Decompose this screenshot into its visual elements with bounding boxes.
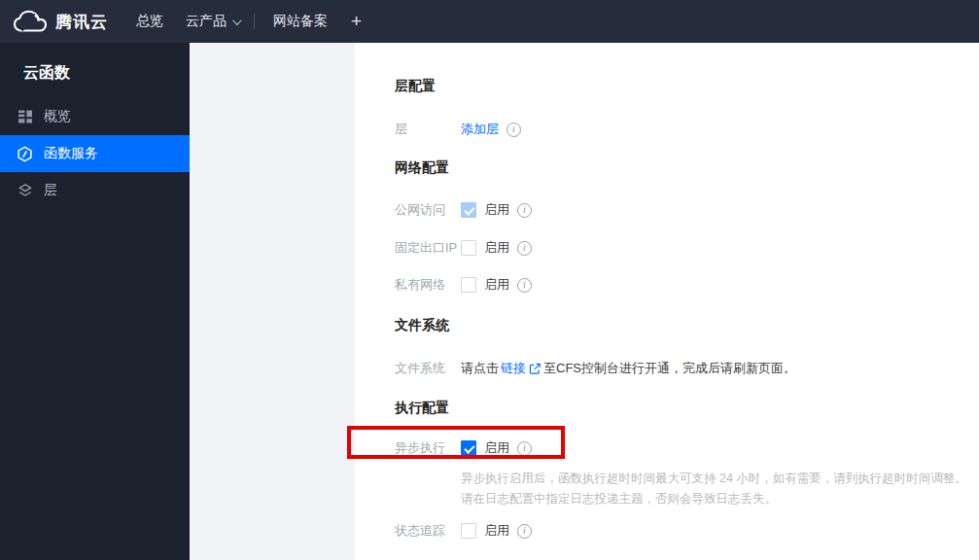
public-access-enable-label: 启用 bbox=[484, 201, 509, 219]
row-layer: 层 添加层 bbox=[395, 121, 979, 138]
status-trace-checkbox[interactable] bbox=[461, 523, 476, 539]
overview-grid-icon bbox=[17, 109, 33, 125]
filesystem-text-after: 至CFS控制台进行开通，完成后请刷新页面。 bbox=[543, 360, 796, 377]
sidebar: 云函数 概览 函数服务 bbox=[0, 43, 190, 560]
tencent-cloud-logo[interactable]: 腾讯云 bbox=[0, 10, 136, 34]
fixed-ip-label: 固定出口IP bbox=[395, 239, 461, 257]
section-layer-config: 层配置 bbox=[395, 77, 979, 94]
async-execution-note: 异步执行启用后，函数执行超时时间最大可支持 24 小时，如有需要，请到执行超时时… bbox=[461, 469, 979, 509]
info-icon[interactable] bbox=[517, 203, 532, 218]
main-area: 层配置 层 添加层 网络配置 公网访问 启用 固定出口IP 启用 bbox=[190, 43, 979, 560]
layer-label: 层 bbox=[395, 121, 461, 138]
async-execution-enable-label[interactable]: 启用 bbox=[484, 439, 509, 457]
function-service-icon bbox=[17, 146, 33, 162]
vpc-enable-label[interactable]: 启用 bbox=[484, 276, 509, 294]
status-trace-enable-label[interactable]: 启用 bbox=[484, 522, 509, 540]
info-icon[interactable] bbox=[507, 122, 521, 137]
fixed-ip-checkbox[interactable] bbox=[461, 240, 476, 256]
cfs-console-link[interactable]: 链接 bbox=[501, 360, 542, 377]
row-vpc: 私有网络 启用 bbox=[395, 276, 979, 294]
status-trace-label: 状态追踪 bbox=[395, 522, 461, 540]
info-icon[interactable] bbox=[517, 241, 532, 256]
async-execution-label: 异步执行 bbox=[395, 439, 461, 457]
topbar: 腾讯云 总览 云产品 网站备案 + bbox=[0, 0, 979, 43]
filesystem-text-before: 请点击 bbox=[461, 360, 499, 377]
nav-website-beian[interactable]: 网站备案 bbox=[273, 0, 328, 43]
vpc-label: 私有网络 bbox=[395, 276, 461, 294]
async-note-line1: 异步执行启用后，函数执行超时时间最大可支持 24 小时，如有需要，请到执行超时时… bbox=[461, 469, 979, 489]
row-fixed-ip: 固定出口IP 启用 bbox=[395, 239, 979, 257]
public-access-checkbox bbox=[461, 202, 476, 218]
info-icon[interactable] bbox=[517, 278, 532, 293]
nav-cloud-products-label: 云产品 bbox=[186, 13, 227, 30]
top-navigation: 总览 云产品 网站备案 + bbox=[136, 0, 362, 43]
filesystem-label: 文件系统 bbox=[395, 360, 461, 377]
section-execution-config: 执行配置 bbox=[395, 399, 979, 416]
row-filesystem: 文件系统 请点击 链接 至CFS控制台进行开通，完成后请刷新页面。 bbox=[395, 360, 979, 377]
async-note-line2: 请在日志配置中指定日志投递主题，否则会导致日志丢失。 bbox=[461, 489, 979, 509]
add-tab-button[interactable]: + bbox=[351, 0, 362, 43]
external-link-icon bbox=[529, 363, 542, 375]
nav-cloud-products[interactable]: 云产品 bbox=[186, 0, 239, 43]
layers-icon bbox=[17, 183, 33, 199]
brand-text: 腾讯云 bbox=[55, 11, 108, 33]
sidebar-title: 云函数 bbox=[0, 43, 190, 83]
sidebar-item-overview[interactable]: 概览 bbox=[0, 98, 190, 135]
row-async-execution: 异步执行 启用 bbox=[395, 439, 979, 457]
sidebar-item-layers[interactable]: 层 bbox=[0, 172, 190, 209]
sidebar-menu: 概览 函数服务 层 bbox=[0, 98, 190, 209]
public-access-label: 公网访问 bbox=[395, 201, 461, 219]
info-icon[interactable] bbox=[517, 441, 532, 456]
vpc-checkbox[interactable] bbox=[461, 277, 476, 293]
sidebar-item-layers-label: 层 bbox=[44, 182, 57, 199]
cloud-logo-icon bbox=[13, 10, 48, 34]
row-status-trace: 状态追踪 启用 bbox=[395, 522, 979, 540]
sidebar-item-overview-label: 概览 bbox=[44, 108, 71, 125]
row-public-access: 公网访问 启用 bbox=[395, 201, 979, 219]
sidebar-item-function-service[interactable]: 函数服务 bbox=[0, 135, 190, 172]
settings-panel: 层配置 层 添加层 网络配置 公网访问 启用 固定出口IP 启用 bbox=[355, 43, 979, 560]
nav-overview[interactable]: 总览 bbox=[136, 0, 163, 43]
nav-divider bbox=[254, 14, 255, 29]
fixed-ip-enable-label[interactable]: 启用 bbox=[484, 239, 509, 257]
info-icon[interactable] bbox=[517, 524, 532, 539]
sidebar-item-function-service-label: 函数服务 bbox=[44, 145, 98, 162]
section-filesystem: 文件系统 bbox=[395, 316, 979, 333]
cfs-console-link-label: 链接 bbox=[501, 360, 526, 377]
section-network-config: 网络配置 bbox=[395, 158, 979, 176]
async-execution-checkbox[interactable] bbox=[461, 440, 476, 456]
add-layer-link[interactable]: 添加层 bbox=[461, 121, 499, 138]
chevron-down-icon bbox=[232, 16, 242, 25]
